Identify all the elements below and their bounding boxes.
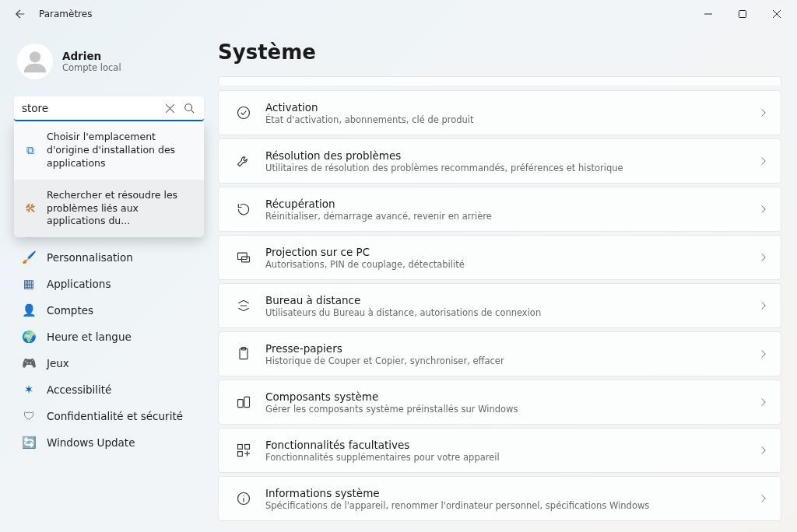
update-icon: 🔄 [22,436,36,450]
card-troubleshoot[interactable]: Résolution des problèmesUtilitaires de r… [218,138,781,184]
shield-icon: 🛡 [22,409,36,423]
sidebar-item-label: Applications [47,278,111,290]
chevron-right-icon [759,156,768,166]
card-subtitle: Historique de Couper et Copier, synchron… [265,355,759,366]
apps-icon: ▦ [22,277,36,291]
suggestion-label: Rechercher et résoudre les problèmes lié… [47,189,195,229]
card-optional-features[interactable]: Fonctionnalités facultativesFonctionnali… [218,428,781,473]
sidebar-item-label: Personnalisation [47,251,133,264]
sidebar-item-label: Heure et langue [47,331,132,343]
sidebar-item-accessibility[interactable]: ✶Accessibilité [14,376,204,403]
sidebar-item-personalization[interactable]: 🖌️Personnalisation [14,244,204,271]
svg-point-1 [30,51,40,62]
chevron-right-icon [759,205,768,214]
card-recovery[interactable]: RécupérationRéinitialiser, démarrage ava… [218,187,781,232]
card-title: Récupération [265,198,759,210]
svg-rect-10 [238,445,243,450]
user-account[interactable]: Adrien Compte local [17,44,204,79]
chevron-right-icon [759,108,768,117]
search-suggestion-item[interactable]: 🛠 Rechercher et résoudre les problèmes l… [14,180,204,238]
clear-icon[interactable] [161,104,179,113]
svg-rect-8 [238,400,244,408]
avatar [17,44,53,79]
card-activation[interactable]: ActivationÉtat d'activation, abonnements… [218,90,781,135]
card-title: Presse-papiers [265,342,759,355]
search-input[interactable] [22,102,161,114]
globe-time-icon: 🌍 [22,330,36,344]
card-title: Résolution des problèmes [265,149,759,162]
maximize-button[interactable] [725,2,760,26]
clipboard-icon [231,346,256,362]
svg-rect-9 [244,397,250,407]
app-location-icon: ⧉ [23,143,37,157]
info-icon [231,491,256,506]
card-subtitle: Gérer les composants système préinstallé… [265,404,759,415]
gamepad-icon: 🎮 [22,356,36,370]
optional-features-icon [231,443,256,458]
window-title: Paramètres [39,9,92,19]
back-button[interactable] [11,5,30,23]
search-suggestion-item[interactable]: ⧉ Choisir l'emplacement d'origine d'inst… [14,121,204,180]
card-subtitle: Utilisateurs du Bureau à distance, autor… [265,307,759,318]
card-title: Projection sur ce PC [265,246,759,258]
card-title: Composants système [265,390,759,403]
sidebar-item-label: Comptes [47,304,93,317]
sidebar-item-apps[interactable]: ▦Applications [14,271,204,297]
card-system-components[interactable]: Composants systèmeGérer les composants s… [218,380,781,425]
project-icon [231,250,256,265]
search-suggestions: ⧉ Choisir l'emplacement d'origine d'inst… [14,121,204,237]
main-content: Système ActivationÉtat d'activation, abo… [210,28,797,532]
svg-rect-4 [238,253,248,259]
page-title: Système [218,40,781,64]
svg-point-3 [238,107,250,119]
sidebar-item-gaming[interactable]: 🎮Jeux [14,350,204,376]
chevron-right-icon [759,349,768,359]
sidebar-item-privacy[interactable]: 🛡Confidentialité et sécurité [14,403,204,429]
accessibility-icon: ✶ [22,383,36,397]
chevron-right-icon [759,446,768,455]
wrench-icon [231,153,256,169]
person-icon: 👤 [22,303,36,317]
card-subtitle: Utilitaires de résolution des problèmes … [265,163,759,173]
search-input-container: ⧉ Choisir l'emplacement d'origine d'inst… [14,96,204,121]
user-name: Adrien [62,50,121,62]
sidebar-item-label: Accessibilité [47,383,111,396]
sidebar-item-label: Jeux [47,357,69,369]
card-subtitle: Spécifications de l'appareil, renommer l… [265,500,759,511]
chevron-right-icon [759,397,768,407]
chevron-right-icon [759,494,768,503]
card-title: Bureau à distance [265,294,759,306]
search-icon[interactable] [179,103,199,114]
card-subtitle: Autorisations, PIN de couplage, détectab… [265,259,759,270]
card-projection[interactable]: Projection sur ce PCAutorisations, PIN d… [218,235,781,280]
brush-icon: 🖌️ [22,250,36,264]
minimize-button[interactable] [691,2,725,26]
sidebar-nav: 🌐Réseau et Internet 🖌️Personnalisation ▦… [14,218,204,456]
svg-point-2 [185,104,192,111]
sidebar-item-time-language[interactable]: 🌍Heure et langue [14,324,204,350]
svg-rect-11 [245,445,250,450]
svg-rect-0 [739,11,746,18]
troubleshoot-icon: 🛠 [23,201,37,215]
sidebar-item-accounts[interactable]: 👤Comptes [14,297,204,324]
sidebar-item-update[interactable]: 🔄Windows Update [14,429,204,456]
user-account-type: Compte local [62,62,121,73]
suggestion-label: Choisir l'emplacement d'origine d'instal… [47,131,195,170]
card-remote-desktop[interactable]: Bureau à distanceUtilisateurs du Bureau … [218,283,781,328]
close-button[interactable] [760,2,794,26]
card-clipboard[interactable]: Presse-papiersHistorique de Couper et Co… [218,331,781,376]
components-icon [231,394,256,410]
card-subtitle: Réinitialiser, démarrage avancé, revenir… [265,211,759,222]
card-subtitle: Fonctionnalités supplémentaires pour vot… [265,452,759,463]
cards-scroll-top [218,76,781,86]
sidebar-item-label: Confidentialité et sécurité [47,410,183,422]
card-system-info[interactable]: Informations systèmeSpécifications de l'… [218,476,781,521]
recovery-icon [231,201,256,217]
sidebar: Adrien Compte local ⧉ Choisir l'emplacem… [0,28,210,532]
card-title: Activation [265,101,759,114]
card-title: Informations système [265,487,759,499]
card-title: Fonctionnalités facultatives [265,439,759,451]
chevron-right-icon [759,301,768,310]
card-subtitle: État d'activation, abonnements, clé de p… [265,114,759,125]
titlebar: Paramètres [0,0,797,28]
